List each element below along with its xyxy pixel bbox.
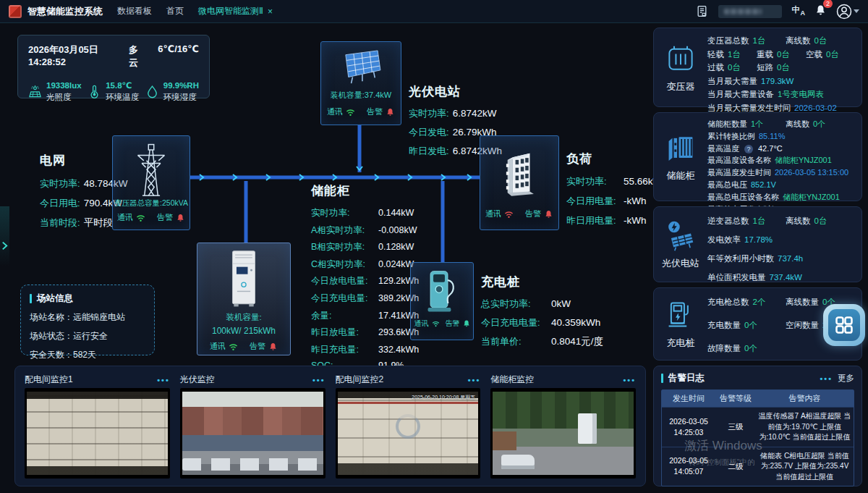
stat-value: 1台 [753, 35, 766, 46]
tab-microgrid-monitor[interactable]: 微电网智能监测Ⅱ × [198, 5, 273, 17]
camera-watermark-ring [396, 414, 420, 439]
row-value: 0.024kW [378, 259, 414, 269]
charger-drop-line [438, 181, 447, 263]
video-feed[interactable] [180, 388, 326, 479]
row-label: 今日充电电量: [311, 292, 375, 305]
charger-info: 充电桩 总实时功率:0kW 今日充电电量:40.359kWh 当前单价:0.80… [481, 274, 603, 348]
tab-close-icon[interactable]: × [268, 7, 273, 17]
row-value: 332.4kWh [378, 345, 419, 355]
alarm-row[interactable]: 2026-03-0514:05:07 二级 储能表 C相电压超限 当前值为:23… [662, 447, 854, 486]
row-label: 总实时功率: [481, 298, 548, 311]
sidebar-expand-handle[interactable] [0, 206, 9, 273]
stat-label: 短路 [757, 62, 773, 73]
stat-label: 离线数 [786, 119, 809, 130]
alarm-more-link[interactable]: 更多 [838, 373, 854, 384]
stat-label: 离线数 [786, 35, 811, 46]
humidity-value: 99.9%RH [163, 80, 199, 92]
charging-pile-icon [664, 298, 697, 332]
storage-drop-line [242, 181, 250, 243]
translate-a: A [801, 10, 806, 17]
alarm-table: 发生时间 告警等级 告警内容 2026-03-0514:25:03 三级 温度传… [661, 389, 854, 486]
stat-value: 2026-03-05 13:15:00 [775, 168, 848, 177]
row-value: -kWh [624, 215, 647, 226]
video-card-3: 配电间监控2 ••• 2025-06-20 10:20:08 星期五 [336, 371, 481, 479]
stat-value: 0台 [728, 62, 741, 73]
video-title: 储能柜监控 [490, 374, 534, 386]
video-feed[interactable] [25, 388, 170, 479]
video-feed[interactable]: 2025-06-20 10:20:08 星期五 [336, 388, 481, 479]
storage-summary-panel: 储能柜 储能柜数量1个 离线数0个 累计转换比例85.11% 最高温度?42.7… [653, 112, 862, 201]
stat-label: 最高总电压设备名称 [707, 192, 779, 203]
nav-data-dashboard[interactable]: 数据看板 [117, 5, 152, 17]
video-timestamp: 2025-06-20 10:20:08 星期五 [412, 394, 475, 401]
stat-value: 储能柜YNJZ001 [775, 155, 832, 166]
stat-label: 充电数量 [707, 320, 741, 331]
row-label: C相实时功率: [311, 258, 375, 271]
alarm-menu-dots[interactable]: ••• [820, 374, 833, 383]
pv-summary-panel: 光伏电站 逆变器总数1台 离线数0台 发电效率17.78% 年等效利用小时数73… [653, 206, 862, 282]
row-value: 0.128kW [378, 242, 414, 252]
storage-node[interactable]: 装机容量: 100kW/ 215kWh 通讯 告警 [197, 243, 291, 355]
building-icon [498, 140, 540, 206]
translate-zh: 中 [792, 6, 800, 14]
quick-apps-floating-button[interactable] [823, 304, 865, 346]
video-monitor-panel: 配电间监控1 ••• 光伏监控 ••• 配 [14, 366, 646, 486]
row-value: 平时段 [84, 216, 114, 229]
row-label: 场站名称： [30, 312, 73, 322]
app-title: 智慧储能监控系统 [27, 5, 103, 18]
alarm-bell-icon [463, 319, 470, 328]
help-question-icon[interactable]: ? [744, 145, 753, 153]
stat-value: 0台 [814, 216, 827, 227]
load-node[interactable]: 通讯 告警 [480, 135, 559, 230]
row-label: 今日用电: [40, 197, 80, 210]
env-temp-label: 环境温度 [106, 92, 139, 104]
grid-node[interactable]: 变压器总容量:250kVA 通讯 告警 [112, 135, 190, 230]
stat-value: 储能柜YNJZ001 [783, 192, 840, 203]
col-header-content: 告警内容 [756, 390, 854, 407]
stat-value: 0台 [777, 62, 790, 73]
stat-value: 852.1V [751, 180, 776, 189]
user-avatar[interactable] [836, 4, 859, 20]
video-menu-dots[interactable]: ••• [157, 376, 170, 384]
storage-node-caption-2: 100kW/ 215kWh [212, 326, 276, 336]
stat-value: 1个 [751, 119, 763, 130]
alarm-label: 告警 [525, 208, 541, 219]
alarm-time: 14:05:07 [664, 466, 713, 477]
stat-value: 1号变电网表 [778, 89, 824, 100]
video-menu-dots[interactable]: ••• [468, 376, 481, 384]
tab-home[interactable]: 首页 [166, 5, 184, 17]
pv-node[interactable]: 装机容量:37.4kW 通讯 告警 [320, 41, 401, 125]
alarm-log-title: 告警日志 [668, 372, 705, 384]
alarm-log-panel: 告警日志 ••• 更多 发生时间 告警等级 告警内容 2026-03-0514:… [653, 366, 862, 486]
col-header-level: 告警等级 [715, 390, 756, 407]
thermometer-icon [88, 85, 101, 98]
solar-irradiance-icon [28, 85, 42, 98]
storage-cabinet-icon [664, 131, 697, 164]
charging-pile-image [425, 269, 459, 315]
row-value: 6.8742kW [453, 108, 497, 119]
alarm-bell-icon [386, 108, 395, 117]
document-icon[interactable] [696, 5, 708, 17]
stat-label: 重载 [757, 49, 773, 60]
row-label: 实时功率: [566, 175, 620, 188]
video-menu-dots[interactable]: ••• [623, 376, 636, 384]
wifi-icon [136, 214, 145, 222]
notification-bell-icon[interactable]: 2 [815, 4, 826, 19]
alarm-date: 2026-03-05 [664, 416, 713, 427]
row-label: 今日发电: [409, 126, 449, 139]
comm-label: 通讯 [117, 212, 133, 223]
avatar-caret-icon [854, 9, 859, 13]
storage-node-caption-1: 装机容量: [226, 312, 261, 323]
alarm-content: 储能表 C相电压超限 当前值为:235.7V 上限值为:235.4V 当前值超过… [758, 451, 851, 483]
video-feed[interactable] [490, 388, 636, 479]
row-value: 运行安全 [73, 331, 108, 341]
stat-label: 单位面积发电量 [707, 272, 766, 283]
translate-icon[interactable]: 中A [792, 6, 806, 17]
stat-value: 85.11% [759, 132, 786, 140]
user-name-masked[interactable] [718, 5, 782, 18]
video-menu-dots[interactable]: ••• [312, 376, 326, 384]
wifi-icon [432, 319, 440, 328]
alarm-row[interactable]: 2026-03-0514:25:03 三级 温度传感器7 A相温度超限 当前值为… [662, 407, 854, 447]
row-label: 今日用电量: [566, 195, 620, 208]
charger-node[interactable]: 通讯 告警 [410, 262, 474, 340]
